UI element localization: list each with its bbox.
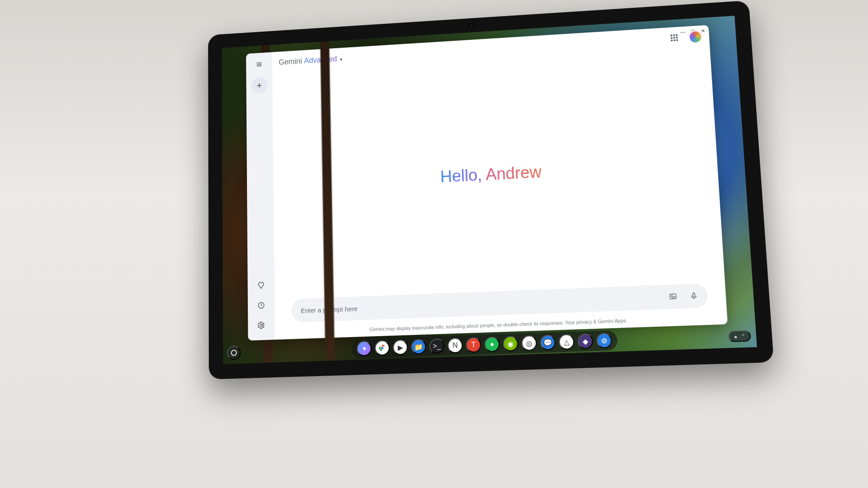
menu-icon[interactable] xyxy=(252,56,266,72)
shelf-camera-icon[interactable]: ◎ xyxy=(521,335,537,351)
shelf-spotify-icon[interactable]: ● xyxy=(484,337,500,352)
add-image-icon[interactable] xyxy=(664,288,682,305)
activity-icon[interactable] xyxy=(253,297,269,313)
gem-icon[interactable] xyxy=(253,278,269,294)
sidebar-bottom xyxy=(253,278,269,341)
svg-line-1 xyxy=(256,64,261,65)
prompt-input[interactable] xyxy=(301,293,661,314)
shelf-messages-icon[interactable]: 💬 xyxy=(540,334,556,350)
tray-expand-icon: ⌃ xyxy=(741,333,745,339)
google-apps-icon[interactable] xyxy=(666,30,683,46)
shelf-nvidia-icon[interactable]: ◉ xyxy=(503,336,518,351)
shelf-settings-icon[interactable]: ⚙ xyxy=(596,333,612,349)
desk-scene: — ▢ ✕ + xyxy=(0,0,868,488)
tablet-screen: — ▢ ✕ + xyxy=(222,16,757,364)
gemini-app-window: — ▢ ✕ + xyxy=(246,25,728,341)
shelf-files-icon[interactable]: 📁 xyxy=(411,339,426,354)
svg-point-6 xyxy=(671,295,672,297)
new-chat-button[interactable]: + xyxy=(251,77,268,94)
greeting: Hello, Andrew xyxy=(272,47,725,300)
brand-tier: Advanced xyxy=(304,55,337,65)
svg-rect-7 xyxy=(693,293,695,297)
shelf-gemini-icon[interactable]: ✦ xyxy=(357,341,372,357)
front-camera xyxy=(470,23,474,27)
svg-point-4 xyxy=(260,324,262,327)
launcher-button[interactable] xyxy=(227,346,240,360)
shelf-todoist-icon[interactable]: T xyxy=(466,337,481,353)
settings-icon[interactable] xyxy=(254,317,269,333)
chevron-down-icon: ▾ xyxy=(340,56,342,62)
brand-name: Gemini xyxy=(279,57,302,66)
status-tray[interactable]: ● ⌃ xyxy=(728,330,751,342)
header-right xyxy=(666,29,702,46)
tablet-device: — ▢ ✕ + xyxy=(208,0,774,380)
account-avatar[interactable] xyxy=(688,30,702,43)
shelf-drive-icon[interactable]: △ xyxy=(559,334,575,350)
main-content: Gemini Advanced ▾ Hel xyxy=(272,25,728,340)
shelf-chrome-icon[interactable] xyxy=(375,340,390,356)
model-picker[interactable]: Gemini Advanced ▾ xyxy=(279,54,342,67)
sidebar-rail: + xyxy=(246,52,275,341)
shelf-obsidian-icon[interactable]: ◆ xyxy=(577,334,593,349)
shelf-play-store-icon[interactable]: ▶ xyxy=(393,340,408,355)
notification-badge: ● xyxy=(734,334,737,339)
microphone-icon[interactable] xyxy=(685,288,703,305)
shelf-notion-icon[interactable]: N xyxy=(447,338,463,354)
svg-line-2 xyxy=(256,66,261,66)
shelf-terminal-icon[interactable]: >_ xyxy=(429,338,444,354)
svg-line-0 xyxy=(256,63,261,63)
greeting-name: Andrew xyxy=(485,163,542,183)
greeting-prefix: Hello, xyxy=(440,165,486,186)
